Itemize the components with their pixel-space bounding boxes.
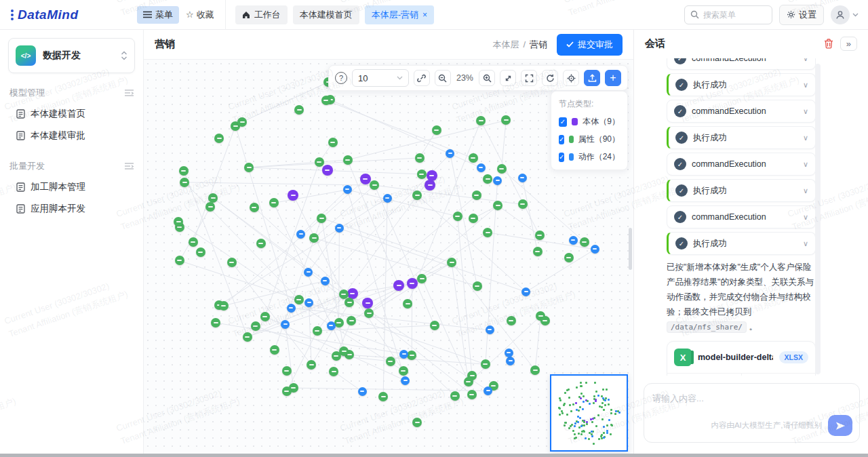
legend-row-attribute[interactable]: ✓ 属性（90） <box>559 134 620 145</box>
graph-node[interactable] <box>219 301 229 311</box>
graph-node[interactable] <box>343 155 353 165</box>
graph-node[interactable] <box>269 198 279 207</box>
help-icon[interactable]: ? <box>335 72 347 84</box>
sidebar-item-ontology-home[interactable]: 本体建模首页 <box>8 103 135 125</box>
graph-node[interactable] <box>497 164 507 174</box>
graph-node[interactable] <box>378 392 388 401</box>
graph-node[interactable] <box>321 96 331 105</box>
graph-node[interactable] <box>535 231 545 240</box>
chat-input[interactable] <box>652 393 851 403</box>
graph-node[interactable] <box>417 274 427 283</box>
step-success[interactable]: ✓ 执行成功 ∨ <box>667 126 816 149</box>
chevron-down-icon[interactable]: ∨ <box>803 58 808 63</box>
graph-node[interactable] <box>505 349 513 357</box>
chevron-down-icon[interactable]: ∨ <box>803 160 808 169</box>
download-button[interactable]: 下载 <box>667 374 741 376</box>
graph-node[interactable] <box>518 199 528 209</box>
zoom-in-icon[interactable] <box>479 70 495 86</box>
collapse-panel-button[interactable]: » <box>840 37 857 51</box>
graph-node[interactable] <box>358 387 367 396</box>
graph-node[interactable] <box>250 203 259 212</box>
graph-node[interactable] <box>464 377 473 386</box>
graph-node[interactable] <box>294 295 304 304</box>
graph-node[interactable] <box>282 386 292 396</box>
graph-node[interactable] <box>179 166 189 176</box>
add-node-icon[interactable]: + <box>605 70 621 86</box>
tab-ontology-marketing[interactable]: 本体层-营销 × <box>365 5 434 24</box>
fit-view-icon[interactable] <box>500 70 516 86</box>
graph-node[interactable] <box>481 359 490 369</box>
collapse-list-icon[interactable] <box>125 90 134 96</box>
graph-node[interactable] <box>432 125 441 135</box>
checkbox-checked-icon[interactable]: ✓ <box>559 153 564 162</box>
app-logo[interactable]: DataMind <box>11 7 137 22</box>
app-switcher[interactable]: </> 数据开发 <box>8 38 135 73</box>
checkbox-checked-icon[interactable]: ✓ <box>559 135 564 144</box>
graph-node[interactable] <box>533 247 542 256</box>
graph-node[interactable] <box>317 214 326 223</box>
graph-node[interactable] <box>174 217 183 226</box>
locate-icon[interactable] <box>563 70 579 86</box>
graph-node[interactable] <box>282 366 292 376</box>
graph-node[interactable] <box>347 288 358 299</box>
graph-node[interactable] <box>473 281 482 291</box>
graph-node[interactable] <box>399 366 408 376</box>
preview-button[interactable]: 预览 <box>741 374 816 376</box>
send-button[interactable] <box>828 415 852 436</box>
menu-button[interactable]: 菜单 <box>137 6 179 24</box>
graph-node[interactable] <box>386 357 395 366</box>
sidebar-item-script-manage[interactable]: 加工脚本管理 <box>8 176 135 198</box>
degree-select[interactable]: 10 <box>352 69 409 87</box>
step-success[interactable]: ✓ 执行成功 ∨ <box>667 232 816 255</box>
graph-node[interactable] <box>287 304 296 313</box>
graph-node[interactable] <box>237 117 247 127</box>
graph-node[interactable] <box>540 316 550 325</box>
graph-node[interactable] <box>294 105 304 115</box>
graph-node[interactable] <box>469 153 478 163</box>
file-attachment-card[interactable]: X model-builder-delta_ab... XLSX 下载 预览 <box>667 341 816 376</box>
graph-node[interactable] <box>407 351 416 360</box>
zoom-out-icon[interactable] <box>435 70 451 86</box>
graph-node[interactable] <box>453 212 462 221</box>
graph-node[interactable] <box>328 138 338 147</box>
graph-minimap[interactable] <box>550 374 628 452</box>
graph-node[interactable] <box>270 345 279 355</box>
graph-node[interactable] <box>383 194 392 203</box>
settings-button[interactable]: 设置 <box>779 5 824 25</box>
graph-node[interactable] <box>189 237 198 247</box>
graph-node[interactable] <box>256 239 266 248</box>
tab-workbench[interactable]: 工作台 <box>235 5 288 24</box>
chevron-down-icon[interactable]: ∨ <box>803 239 808 248</box>
graph-node[interactable] <box>227 258 237 267</box>
chevron-down-icon[interactable]: ∨ <box>803 186 808 195</box>
fullscreen-icon[interactable] <box>521 70 537 86</box>
refresh-icon[interactable] <box>542 70 558 86</box>
step-command-execution[interactable]: ✓ commandExecution ∨ <box>667 100 816 123</box>
chevron-down-icon[interactable]: ∨ <box>803 134 808 142</box>
graph-node[interactable] <box>518 174 527 182</box>
graph-node[interactable] <box>322 165 333 176</box>
step-command-execution[interactable]: ✓ commandExecution ∨ <box>667 58 816 70</box>
graph-node[interactable] <box>412 418 422 427</box>
graph-node[interactable] <box>477 163 486 172</box>
chevron-down-icon[interactable]: ∨ <box>803 107 808 116</box>
chevron-down-icon[interactable]: ∨ <box>803 213 808 222</box>
collapse-list-icon[interactable] <box>125 163 134 170</box>
graph-node[interactable] <box>244 163 254 172</box>
graph-node[interactable] <box>307 360 316 370</box>
graph-node[interactable] <box>399 350 408 359</box>
graph-node[interactable] <box>321 277 330 285</box>
session-message-list[interactable]: ✓ commandExecution ∨ ✓ 执行成功 ∨ ✓ commandE… <box>667 58 816 376</box>
graph-node[interactable] <box>580 237 589 247</box>
graph-node[interactable] <box>591 245 599 254</box>
graph-node[interactable] <box>315 157 324 167</box>
graph-node[interactable] <box>564 253 574 262</box>
graph-node[interactable] <box>415 153 425 163</box>
graph-node[interactable] <box>251 321 260 331</box>
canvas-scrollbar[interactable] <box>629 228 632 270</box>
chat-scrollbar[interactable] <box>815 64 821 374</box>
sidebar-item-ontology-approval[interactable]: 本体建模审批 <box>8 125 135 146</box>
sidebar-item-script-dev[interactable]: 应用脚本开发 <box>8 198 135 220</box>
breadcrumb-parent[interactable]: 本体层 <box>492 39 519 51</box>
favorites-button[interactable]: ☆ 收藏 <box>186 9 214 21</box>
